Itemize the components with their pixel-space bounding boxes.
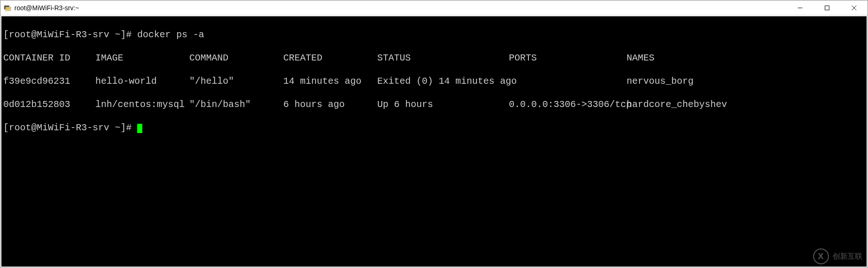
cell-image: hello-world [95, 75, 189, 87]
cell-created: 14 minutes ago [283, 75, 377, 87]
cell-ports [509, 75, 627, 87]
header-status: STATUS [377, 52, 509, 64]
prompt: [root@MiWiFi-R3-srv ~]# [3, 122, 137, 133]
cell-ports: 0.0.0.0:3306->3306/tcp [509, 99, 627, 110]
prompt-line: [root@MiWiFi-R3-srv ~]# docker ps -a [3, 29, 865, 40]
terminal-area[interactable]: [root@MiWiFi-R3-srv ~]# docker ps -a CON… [1, 16, 867, 267]
cell-id: 0d012b152803 [3, 99, 95, 110]
maximize-icon [824, 5, 830, 11]
table-row: f39e9cd96231hello-world"/hello"14 minute… [3, 75, 865, 87]
close-button[interactable] [841, 0, 868, 15]
app-window: root@MiWiFi-R3-srv:~ [root@MiWiFi-R3-srv… [0, 0, 868, 268]
prompt: [root@MiWiFi-R3-srv ~]# [3, 29, 137, 40]
table-row: 0d012b152803lnh/centos:mysql"/bin/bash"6… [3, 99, 865, 110]
putty-icon [3, 4, 12, 12]
command-text: docker ps -a [137, 29, 204, 40]
prompt-line: [root@MiWiFi-R3-srv ~]# [3, 122, 865, 134]
cell-command: "/bin/bash" [189, 99, 283, 110]
maximize-button[interactable] [814, 0, 841, 15]
cell-command: "/hello" [189, 75, 283, 87]
watermark-text: 创新互联 [833, 252, 862, 260]
minimize-icon [797, 5, 803, 11]
svg-rect-5 [825, 6, 829, 10]
cell-created: 6 hours ago [283, 99, 377, 110]
watermark: X 创新互联 [813, 248, 862, 264]
titlebar[interactable]: root@MiWiFi-R3-srv:~ [0, 0, 868, 15]
header-container-id: CONTAINER ID [3, 52, 95, 64]
cell-image: lnh/centos:mysql [95, 99, 189, 110]
header-command: COMMAND [189, 52, 283, 64]
close-icon [851, 5, 857, 11]
header-image: IMAGE [95, 52, 189, 64]
watermark-logo-icon: X [813, 248, 829, 264]
header-ports: PORTS [509, 52, 627, 64]
window-controls [787, 0, 868, 15]
cell-names: nervous_borg [627, 75, 865, 87]
cell-status: Up 6 hours [377, 99, 509, 110]
cursor [137, 124, 142, 133]
header-names: NAMES [627, 52, 865, 64]
header-created: CREATED [283, 52, 377, 64]
cell-id: f39e9cd96231 [3, 75, 95, 87]
cell-names: hardcore_chebyshev [627, 99, 865, 110]
table-header-row: CONTAINER IDIMAGECOMMANDCREATEDSTATUSPOR… [3, 52, 865, 64]
minimize-button[interactable] [787, 0, 814, 15]
window-title: root@MiWiFi-R3-srv:~ [14, 4, 787, 12]
cell-status: Exited (0) 14 minutes ago [377, 75, 509, 87]
